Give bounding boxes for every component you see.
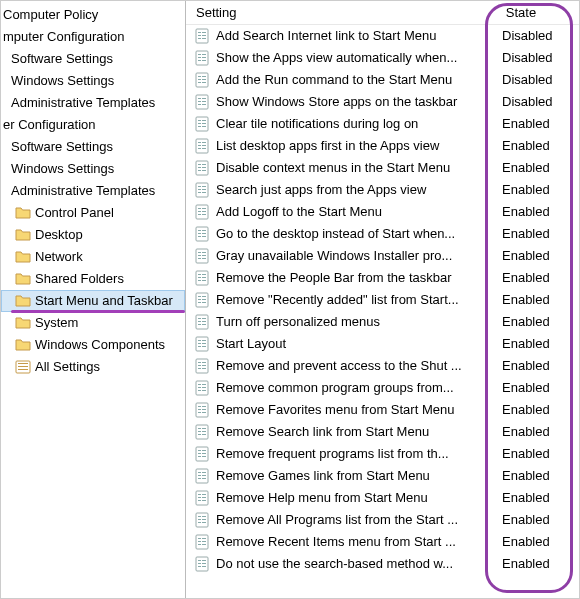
policy-name: Show the Apps view automatically when... xyxy=(216,47,492,69)
list-header: Setting State xyxy=(186,1,579,25)
tree-software-settings[interactable]: Software Settings xyxy=(1,48,185,70)
tree-label: Network xyxy=(35,247,83,267)
tree-folder-network[interactable]: Network xyxy=(1,246,185,268)
policy-state: Enabled xyxy=(492,487,562,509)
policy-row[interactable]: Remove Help menu from Start MenuEnabled xyxy=(186,487,579,509)
tree-computer-configuration[interactable]: mputer Configuration xyxy=(1,26,185,48)
policy-row[interactable]: Remove "Recently added" list from Start.… xyxy=(186,289,579,311)
policy-row[interactable]: Gray unavailable Windows Installer pro..… xyxy=(186,245,579,267)
tree-software-settings-2[interactable]: Software Settings xyxy=(1,136,185,158)
policy-row[interactable]: Disable context menus in the Start MenuE… xyxy=(186,157,579,179)
policy-icon xyxy=(194,204,210,220)
policy-row[interactable]: List desktop apps first in the Apps view… xyxy=(186,135,579,157)
policy-row[interactable]: Remove All Programs list from the Start … xyxy=(186,509,579,531)
policy-row[interactable]: Show the Apps view automatically when...… xyxy=(186,47,579,69)
tree-administrative-templates-2[interactable]: Administrative Templates xyxy=(1,180,185,202)
svg-rect-27 xyxy=(202,98,206,99)
tree-all-settings[interactable]: All Settings xyxy=(1,356,185,378)
policy-row[interactable]: Remove Games link from Start MenuEnabled xyxy=(186,465,579,487)
policy-row[interactable]: Remove the People Bar from the taskbarEn… xyxy=(186,267,579,289)
svg-rect-96 xyxy=(198,318,201,319)
tree-user-configuration[interactable]: er Configuration xyxy=(1,114,185,136)
policy-state: Enabled xyxy=(492,355,562,377)
policy-state: Enabled xyxy=(492,553,562,575)
policy-row[interactable]: Turn off personalized menusEnabled xyxy=(186,311,579,333)
policy-name: Do not use the search-based method w... xyxy=(216,553,492,575)
policy-state: Enabled xyxy=(492,113,562,135)
policy-name: Clear tile notifications during log on xyxy=(216,113,492,135)
svg-rect-156 xyxy=(198,500,201,501)
column-header-setting[interactable]: Setting xyxy=(186,5,486,20)
policy-row[interactable]: Show Windows Store apps on the taskbarDi… xyxy=(186,91,579,113)
policy-name: Remove Help menu from Start Menu xyxy=(216,487,492,509)
svg-rect-86 xyxy=(198,280,201,281)
svg-rect-100 xyxy=(198,324,201,325)
tree-administrative-templates[interactable]: Administrative Templates xyxy=(1,92,185,114)
svg-rect-1 xyxy=(18,363,28,364)
tree-folder-windows-components[interactable]: Windows Components xyxy=(1,334,185,356)
policy-row[interactable]: Remove Favorites menu from Start MenuEna… xyxy=(186,399,579,421)
svg-rect-98 xyxy=(198,321,201,322)
policy-row[interactable]: Remove frequent programs list from th...… xyxy=(186,443,579,465)
svg-rect-28 xyxy=(198,101,201,102)
policy-row[interactable]: Add Logoff to the Start MenuEnabled xyxy=(186,201,579,223)
svg-rect-33 xyxy=(198,120,201,121)
policy-name: Add Logoff to the Start Menu xyxy=(216,201,492,223)
policy-row[interactable]: Do not use the search-based method w...E… xyxy=(186,553,579,575)
policy-icon xyxy=(194,116,210,132)
svg-rect-48 xyxy=(202,164,206,165)
column-header-state[interactable]: State xyxy=(486,5,556,20)
policy-state: Enabled xyxy=(492,399,562,421)
svg-rect-166 xyxy=(198,538,201,539)
svg-rect-132 xyxy=(202,428,206,429)
policy-row[interactable]: Remove common program groups from...Enab… xyxy=(186,377,579,399)
tree-folder-start-menu-and-taskbar[interactable]: Start Menu and Taskbar xyxy=(1,290,185,312)
svg-rect-34 xyxy=(202,120,206,121)
svg-rect-52 xyxy=(202,170,206,171)
policy-row[interactable]: Add the Run command to the Start MenuDis… xyxy=(186,69,579,91)
svg-rect-9 xyxy=(198,38,201,39)
policy-row[interactable]: Search just apps from the Apps viewEnabl… xyxy=(186,179,579,201)
svg-rect-97 xyxy=(202,318,206,319)
svg-rect-103 xyxy=(198,340,201,341)
tree-folder-control-panel[interactable]: Control Panel xyxy=(1,202,185,224)
svg-rect-59 xyxy=(202,192,206,193)
policy-row[interactable]: Remove Search link from Start MenuEnable… xyxy=(186,421,579,443)
svg-rect-42 xyxy=(198,145,201,146)
svg-rect-35 xyxy=(198,123,201,124)
tree-folder-shared-folders[interactable]: Shared Folders xyxy=(1,268,185,290)
policy-icon xyxy=(194,512,210,528)
svg-rect-115 xyxy=(202,368,206,369)
policy-row[interactable]: Remove and prevent access to the Shut ..… xyxy=(186,355,579,377)
svg-rect-140 xyxy=(198,453,201,454)
policy-row[interactable]: Add Search Internet link to Start MenuDi… xyxy=(186,25,579,47)
svg-rect-134 xyxy=(202,431,206,432)
policy-row[interactable]: Clear tile notifications during log onEn… xyxy=(186,113,579,135)
svg-rect-50 xyxy=(202,167,206,168)
policy-state: Enabled xyxy=(492,135,562,157)
svg-rect-121 xyxy=(198,390,201,391)
svg-rect-155 xyxy=(202,497,206,498)
svg-rect-148 xyxy=(202,475,206,476)
svg-rect-133 xyxy=(198,431,201,432)
tree-root-computer-policy[interactable]: Computer Policy xyxy=(1,4,185,26)
policy-state: Enabled xyxy=(492,333,562,355)
list-body: Add Search Internet link to Start MenuDi… xyxy=(186,25,579,598)
policy-row[interactable]: Start LayoutEnabled xyxy=(186,333,579,355)
svg-rect-87 xyxy=(202,280,206,281)
policy-row[interactable]: Go to the desktop instead of Start when.… xyxy=(186,223,579,245)
tree-windows-settings-2[interactable]: Windows Settings xyxy=(1,158,185,180)
folder-icon xyxy=(15,205,31,221)
policy-row[interactable]: Remove Recent Items menu from Start ...E… xyxy=(186,531,579,553)
svg-rect-108 xyxy=(202,346,206,347)
policy-state: Enabled xyxy=(492,267,562,289)
policy-name: Remove Search link from Start Menu xyxy=(216,421,492,443)
tree-folder-desktop[interactable]: Desktop xyxy=(1,224,185,246)
folder-icon xyxy=(15,293,31,309)
tree-windows-settings[interactable]: Windows Settings xyxy=(1,70,185,92)
policy-icon xyxy=(194,534,210,550)
folder-icon xyxy=(15,271,31,287)
svg-rect-29 xyxy=(202,101,206,102)
tree-folder-system[interactable]: System xyxy=(1,312,185,334)
svg-rect-37 xyxy=(198,126,201,127)
